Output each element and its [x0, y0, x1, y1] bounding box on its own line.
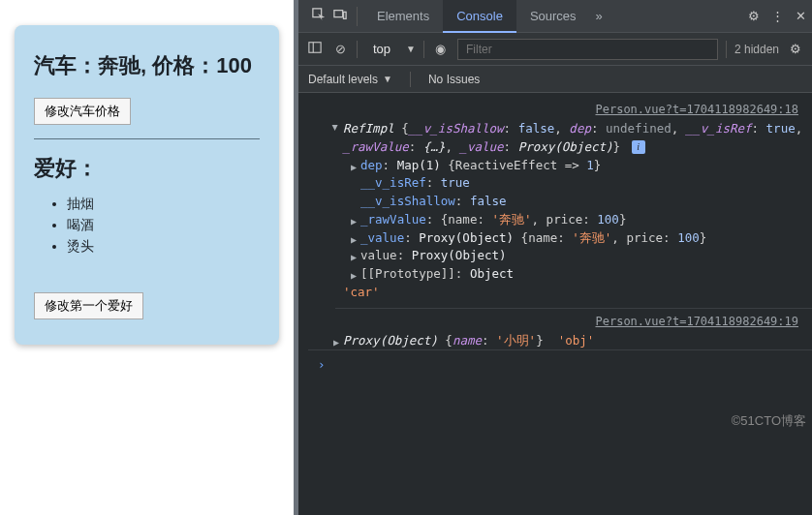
hidden-count: 2 hidden: [734, 43, 779, 56]
svg-rect-3: [309, 43, 321, 53]
default-levels[interactable]: Default levels: [308, 73, 378, 86]
log-prop[interactable]: ▶ [[Prototype]]: Object: [308, 265, 812, 284]
kebab-icon[interactable]: ⋮: [765, 9, 789, 23]
tab-console[interactable]: Console: [443, 0, 516, 33]
svg-rect-1: [334, 11, 343, 17]
card: 汽车：奔驰, 价格：100 修改汽车价格 爱好： 抽烟 喝酒 烫头 修改第一个爱…: [15, 25, 279, 345]
tab-elements[interactable]: Elements: [363, 0, 443, 33]
log-separator: [335, 308, 812, 309]
log-prop[interactable]: ▶ dep: Map(1) {ReactiveEffect => 1}: [308, 157, 812, 175]
tab-sources[interactable]: Sources: [516, 0, 590, 33]
close-icon[interactable]: ✕: [789, 9, 812, 23]
hobby-heading: 爱好：: [34, 155, 260, 183]
devtools-tabbar: Elements Console Sources » ⚙ ⋮ ✕: [298, 0, 812, 33]
log-prop: __v_isShallow: false: [308, 193, 812, 211]
source-link[interactable]: Person.vue?t=1704118982649:18: [308, 101, 812, 118]
divider: [726, 41, 727, 58]
device-icon[interactable]: [329, 8, 351, 24]
disclosure-arrow-icon[interactable]: ▶: [351, 232, 360, 247]
no-issues[interactable]: No Issues: [428, 73, 480, 86]
log-line[interactable]: ▶ RefImpl {__v_isShallow: false, dep: un…: [308, 120, 812, 157]
inspect-icon[interactable]: [308, 8, 329, 24]
disclosure-arrow-icon[interactable]: ▶: [351, 268, 360, 283]
list-item: 抽烟: [67, 194, 260, 215]
tab-more[interactable]: »: [590, 0, 609, 33]
divider: [423, 41, 424, 58]
svg-rect-2: [344, 12, 347, 18]
eye-icon[interactable]: ◉: [432, 42, 450, 56]
car-title: 汽车：奔驰, 价格：100: [34, 52, 260, 80]
log-prop[interactable]: ▶ _rawValue: {name: '奔驰', price: 100}: [308, 211, 812, 229]
context-selector[interactable]: top: [365, 40, 398, 58]
log-line: 'car': [308, 284, 812, 302]
log-prop[interactable]: ▶ _value: Proxy(Object) {name: '奔驰', pri…: [308, 229, 812, 248]
disclosure-arrow-icon[interactable]: ▶: [351, 214, 360, 228]
change-hobby-button[interactable]: 修改第一个爱好: [34, 292, 143, 319]
list-item: 烫头: [67, 236, 260, 258]
console-levelbar: Default levels ▼ No Issues: [298, 66, 812, 93]
divider: [410, 72, 411, 87]
info-icon[interactable]: i: [632, 140, 645, 154]
console-prompt[interactable]: ›: [308, 349, 812, 380]
watermark: ©51CTO博客: [732, 412, 806, 430]
chevron-down-icon: ▼: [383, 74, 392, 84]
divider: [357, 7, 358, 26]
divider: [34, 138, 260, 139]
console-filterbar: ⊘ top ▼ ◉ 2 hidden ⚙: [298, 33, 812, 66]
console-output: Person.vue?t=1704118982649:18 ▶ RefImpl …: [298, 93, 812, 388]
log-prop[interactable]: ▶ value: Proxy(Object): [308, 247, 812, 265]
app-pane: 汽车：奔驰, 价格：100 修改汽车价格 爱好： 抽烟 喝酒 烫头 修改第一个爱…: [0, 0, 294, 515]
gear-icon[interactable]: ⚙: [742, 9, 765, 23]
disclosure-arrow-icon[interactable]: ▶: [328, 125, 343, 135]
disclosure-arrow-icon[interactable]: ▶: [351, 160, 360, 174]
devtools-panel: Elements Console Sources » ⚙ ⋮ ✕ ⊘ top ▼…: [298, 0, 812, 515]
change-price-button[interactable]: 修改汽车价格: [34, 98, 131, 125]
log-prop: __v_isRef: true: [308, 174, 812, 193]
sidebar-toggle-icon[interactable]: [306, 41, 324, 57]
divider: [357, 41, 358, 58]
hobby-list: 抽烟 喝酒 烫头: [67, 194, 260, 258]
filter-input[interactable]: [457, 39, 718, 60]
disclosure-arrow-icon[interactable]: ▶: [333, 335, 343, 349]
gear-icon[interactable]: ⚙: [787, 42, 804, 56]
disclosure-arrow-icon[interactable]: ▶: [351, 250, 360, 264]
clear-icon[interactable]: ⊘: [331, 42, 349, 56]
list-item: 喝酒: [67, 215, 260, 236]
chevron-down-icon: ▼: [406, 44, 416, 54]
log-line[interactable]: ▶ Proxy(Object) {name: '小明'} 'obj': [308, 332, 812, 350]
source-link[interactable]: Person.vue?t=1704118982649:19: [308, 313, 812, 330]
